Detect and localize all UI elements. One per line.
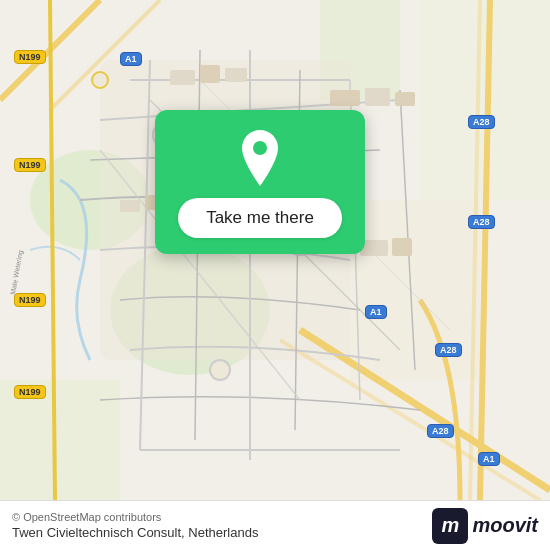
map-attribution: © OpenStreetMap contributors [12, 511, 258, 523]
bottom-bar: © OpenStreetMap contributors Twen Civiel… [0, 500, 550, 550]
map-container: Male Wetering N199 N199 N199 N199 A1 A1 … [0, 0, 550, 500]
svg-point-10 [210, 360, 230, 380]
svg-rect-18 [120, 200, 140, 212]
take-me-there-button[interactable]: Take me there [178, 198, 342, 238]
road-badge-a28-4: A28 [427, 424, 454, 438]
moovit-logo: m moovit [432, 508, 538, 544]
svg-point-11 [92, 72, 108, 88]
popup-card: Take me there [155, 110, 365, 254]
road-badge-a28-2: A28 [468, 215, 495, 229]
svg-rect-13 [200, 65, 220, 83]
svg-rect-21 [392, 238, 412, 256]
location-pin-icon [236, 130, 284, 186]
svg-point-23 [253, 141, 267, 155]
road-badge-n199-2: N199 [14, 158, 46, 172]
moovit-m-icon: m [432, 508, 468, 544]
road-badge-a1-2: A1 [365, 305, 387, 319]
svg-rect-15 [330, 90, 360, 106]
location-name: Twen Civieltechnisch Consult, Netherland… [12, 525, 258, 540]
location-icon-wrap [232, 130, 288, 186]
svg-rect-17 [395, 92, 415, 106]
svg-rect-16 [365, 88, 390, 106]
road-badge-a28-3: A28 [435, 343, 462, 357]
road-badge-n199-3: N199 [14, 293, 46, 307]
road-badge-n199-1: N199 [14, 50, 46, 64]
svg-rect-14 [225, 68, 247, 82]
road-badge-a1-1: A1 [120, 52, 142, 66]
road-badge-a28-1: A28 [468, 115, 495, 129]
svg-rect-12 [170, 70, 195, 85]
road-badge-n199-4: N199 [14, 385, 46, 399]
road-badge-a1-3: A1 [478, 452, 500, 466]
moovit-text: moovit [472, 514, 538, 537]
